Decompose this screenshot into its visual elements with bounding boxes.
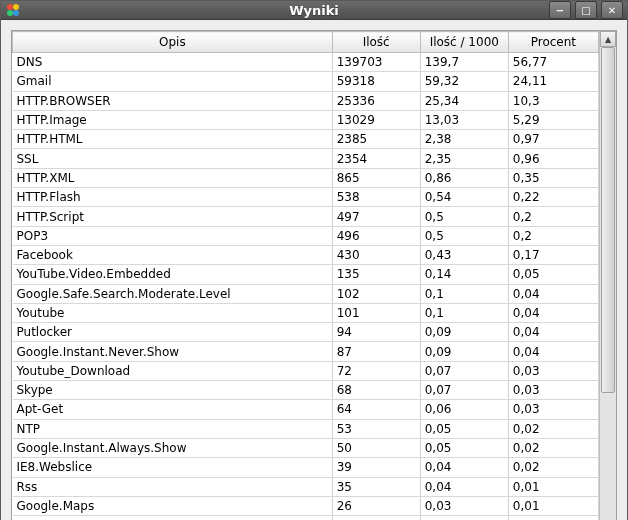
- cell-opis: FTP: [13, 516, 333, 520]
- cell-opis: Youtube_Download: [13, 361, 333, 380]
- window-title: Wyniki: [1, 3, 627, 18]
- table-row[interactable]: Google.Instant.Never.Show870,090,04: [13, 342, 599, 361]
- table-row[interactable]: Skype680,070,03: [13, 381, 599, 400]
- cell-ilosc: 59318: [332, 72, 420, 91]
- cell-procent: 0,05: [508, 265, 598, 284]
- header-ilosc[interactable]: Ilość: [332, 32, 420, 53]
- window-frame: Wyniki − □ ✕ Opis Ilość Ilość / 1000: [0, 0, 628, 520]
- cell-procent: 0,22: [508, 188, 598, 207]
- cell-procent: 0,03: [508, 361, 598, 380]
- scroll-up-button[interactable]: ▲: [600, 31, 616, 47]
- table-scroll-area[interactable]: Opis Ilość Ilość / 1000 Procent DNS13970…: [12, 31, 599, 520]
- scroll-track[interactable]: [600, 47, 616, 520]
- header-opis[interactable]: Opis: [13, 32, 333, 53]
- cell-procent: 0,04: [508, 323, 598, 342]
- cell-procent: 0,03: [508, 381, 598, 400]
- table-row[interactable]: IE8.Webslice390,040,02: [13, 458, 599, 477]
- cell-procent: 0,04: [508, 303, 598, 322]
- cell-ilosc1000: 0,07: [420, 381, 508, 400]
- table-row[interactable]: Google.Maps260,030,01: [13, 496, 599, 515]
- svg-point-2: [7, 10, 13, 16]
- table-row[interactable]: Gmail5931859,3224,11: [13, 72, 599, 91]
- cell-procent: 0,03: [508, 400, 598, 419]
- table-row[interactable]: POP34960,50,2: [13, 226, 599, 245]
- table-row[interactable]: HTTP.Image1302913,035,29: [13, 110, 599, 129]
- cell-ilosc: 35: [332, 477, 420, 496]
- svg-point-0: [7, 4, 13, 10]
- scroll-thumb[interactable]: [601, 47, 615, 393]
- header-ilosc1000[interactable]: Ilość / 1000: [420, 32, 508, 53]
- table-row[interactable]: Rss350,040,01: [13, 477, 599, 496]
- cell-ilosc: 102: [332, 284, 420, 303]
- cell-ilosc: 94: [332, 323, 420, 342]
- cell-ilosc: 139703: [332, 53, 420, 72]
- table-row[interactable]: Google.Safe.Search.Moderate.Level1020,10…: [13, 284, 599, 303]
- cell-ilosc1000: 0,43: [420, 245, 508, 264]
- cell-procent: 0,2: [508, 207, 598, 226]
- cell-opis: HTTP.Image: [13, 110, 333, 129]
- cell-procent: 0,01: [508, 496, 598, 515]
- maximize-button[interactable]: □: [575, 1, 597, 19]
- cell-ilosc1000: 0,06: [420, 400, 508, 419]
- cell-opis: HTTP.HTML: [13, 130, 333, 149]
- header-procent[interactable]: Procent: [508, 32, 598, 53]
- table-row[interactable]: FTP250,020,01: [13, 516, 599, 520]
- content-area: Opis Ilość Ilość / 1000 Procent DNS13970…: [1, 20, 627, 520]
- close-window-button[interactable]: ✕: [601, 1, 623, 19]
- results-table: Opis Ilość Ilość / 1000 Procent DNS13970…: [12, 31, 599, 520]
- svg-point-3: [13, 10, 19, 16]
- minimize-button[interactable]: −: [549, 1, 571, 19]
- cell-ilosc1000: 0,07: [420, 361, 508, 380]
- table-row[interactable]: HTTP.HTML23852,380,97: [13, 130, 599, 149]
- table-row[interactable]: NTP530,050,02: [13, 419, 599, 438]
- cell-ilosc1000: 2,35: [420, 149, 508, 168]
- cell-ilosc: 497: [332, 207, 420, 226]
- titlebar[interactable]: Wyniki − □ ✕: [1, 1, 627, 20]
- cell-ilosc: 53: [332, 419, 420, 438]
- cell-ilosc1000: 139,7: [420, 53, 508, 72]
- vertical-scrollbar[interactable]: ▲ ▼: [599, 31, 616, 520]
- table-row[interactable]: HTTP.XML8650,860,35: [13, 168, 599, 187]
- results-table-container: Opis Ilość Ilość / 1000 Procent DNS13970…: [11, 30, 617, 520]
- cell-ilosc1000: 0,1: [420, 303, 508, 322]
- cell-procent: 24,11: [508, 72, 598, 91]
- cell-opis: HTTP.Flash: [13, 188, 333, 207]
- table-row[interactable]: Putlocker940,090,04: [13, 323, 599, 342]
- table-row[interactable]: HTTP.Flash5380,540,22: [13, 188, 599, 207]
- table-row[interactable]: DNS139703139,756,77: [13, 53, 599, 72]
- table-row[interactable]: YouTube.Video.Embedded1350,140,05: [13, 265, 599, 284]
- cell-ilosc1000: 59,32: [420, 72, 508, 91]
- cell-procent: 0,02: [508, 438, 598, 457]
- cell-ilosc: 2354: [332, 149, 420, 168]
- cell-opis: IE8.Webslice: [13, 458, 333, 477]
- cell-ilosc: 50: [332, 438, 420, 457]
- cell-ilosc1000: 25,34: [420, 91, 508, 110]
- cell-ilosc: 25: [332, 516, 420, 520]
- table-row[interactable]: Facebook4300,430,17: [13, 245, 599, 264]
- table-row[interactable]: Google.Instant.Always.Show500,050,02: [13, 438, 599, 457]
- table-row[interactable]: SSL23542,350,96: [13, 149, 599, 168]
- table-row[interactable]: Youtube1010,10,04: [13, 303, 599, 322]
- cell-opis: Youtube: [13, 303, 333, 322]
- cell-ilosc1000: 0,1: [420, 284, 508, 303]
- cell-opis: Skype: [13, 381, 333, 400]
- table-row[interactable]: Apt-Get640,060,03: [13, 400, 599, 419]
- cell-procent: 0,02: [508, 419, 598, 438]
- cell-ilosc: 865: [332, 168, 420, 187]
- table-row[interactable]: HTTP.BROWSER2533625,3410,3: [13, 91, 599, 110]
- cell-ilosc: 26: [332, 496, 420, 515]
- cell-opis: HTTP.Script: [13, 207, 333, 226]
- table-row[interactable]: HTTP.Script4970,50,2: [13, 207, 599, 226]
- cell-procent: 56,77: [508, 53, 598, 72]
- cell-ilosc: 64: [332, 400, 420, 419]
- cell-ilosc1000: 0,54: [420, 188, 508, 207]
- cell-ilosc: 13029: [332, 110, 420, 129]
- cell-ilosc1000: 0,05: [420, 438, 508, 457]
- cell-opis: YouTube.Video.Embedded: [13, 265, 333, 284]
- table-row[interactable]: Youtube_Download720,070,03: [13, 361, 599, 380]
- cell-ilosc1000: 0,02: [420, 516, 508, 520]
- cell-ilosc: 135: [332, 265, 420, 284]
- cell-ilosc: 430: [332, 245, 420, 264]
- cell-ilosc1000: 0,04: [420, 458, 508, 477]
- cell-procent: 0,04: [508, 342, 598, 361]
